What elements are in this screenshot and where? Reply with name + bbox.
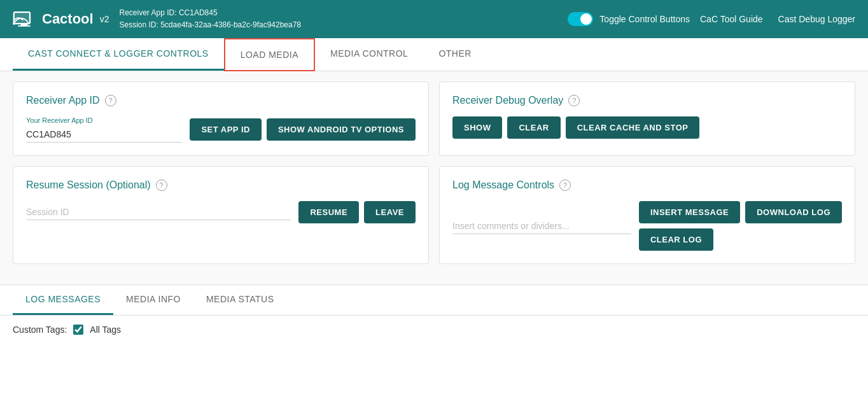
log-buttons-group: INSERT MESSAGE DOWNLOAD LOG CLEAR LOG	[639, 201, 842, 251]
log-message-controls-card: Log Message Controls ? INSERT MESSAGE DO…	[439, 166, 855, 264]
toggle-switch[interactable]	[568, 12, 593, 26]
download-log-button[interactable]: DOWNLOAD LOG	[745, 201, 842, 223]
tab-media-info[interactable]: MEDIA INFO	[113, 285, 193, 315]
brand: Cactool v2	[13, 8, 109, 31]
log-message-help-icon[interactable]: ?	[559, 179, 571, 191]
receiver-app-id-card-title: Receiver App ID ?	[26, 95, 416, 106]
leave-button[interactable]: LEAVE	[364, 201, 416, 223]
svg-rect-3	[21, 24, 28, 25]
tab-log-messages[interactable]: LOG MESSAGES	[13, 285, 113, 315]
resume-button[interactable]: RESUME	[298, 201, 359, 223]
log-buttons-row1: INSERT MESSAGE DOWNLOAD LOG	[639, 201, 842, 223]
resume-session-card-title: Resume Session (Optional) ?	[26, 179, 416, 191]
log-message-content: INSERT MESSAGE DOWNLOAD LOG CLEAR LOG	[452, 201, 842, 251]
cast-debug-logger-link[interactable]: Cast Debug Logger	[778, 14, 855, 24]
session-id-input-group	[26, 204, 291, 220]
session-id-label: Session ID:	[119, 20, 158, 29]
show-button[interactable]: SHOW	[452, 116, 502, 139]
tab-cast-connect[interactable]: CAST CONNECT & LOGGER CONTROLS	[13, 38, 224, 71]
receiver-app-id-info: Receiver App ID: CC1AD845	[119, 7, 557, 19]
log-area	[0, 344, 868, 382]
cac-tool-guide-link[interactable]: CaC Tool Guide	[700, 14, 763, 24]
main-tabs: CAST CONNECT & LOGGER CONTROLS LOAD MEDI…	[0, 38, 868, 71]
receiver-app-id-input-label: Your Receiver App ID	[26, 116, 182, 124]
receiver-app-id-card: Receiver App ID ? Your Receiver App ID S…	[13, 81, 429, 156]
session-id-info: Session ID: 5cdae4fa-32aa-4386-ba2c-9fac…	[119, 19, 557, 31]
header-info: Receiver App ID: CC1AD845 Session ID: 5c…	[119, 7, 557, 31]
receiver-app-id-help-icon[interactable]: ?	[105, 95, 116, 106]
resume-session-content: RESUME LEAVE	[26, 201, 416, 223]
show-android-tv-button[interactable]: SHOW ANDROID TV OPTIONS	[267, 118, 416, 141]
insert-message-button[interactable]: INSERT MESSAGE	[639, 201, 740, 223]
comment-input[interactable]	[452, 218, 631, 234]
log-message-controls-title: Log Message Controls ?	[452, 179, 842, 191]
svg-rect-4	[18, 25, 31, 27]
bottom-section: LOG MESSAGES MEDIA INFO MEDIA STATUS Cus…	[0, 284, 868, 382]
tab-media-status[interactable]: MEDIA STATUS	[193, 285, 287, 315]
brand-name: Cactool	[42, 11, 94, 27]
clear-cache-and-stop-button[interactable]: CLEAR CACHE AND STOP	[566, 116, 700, 139]
main-content: Receiver App ID ? Your Receiver App ID S…	[0, 71, 868, 284]
receiver-app-id-input[interactable]	[26, 127, 182, 143]
session-id-value: 5cdae4fa-32aa-4386-ba2c-9fac942bea78	[160, 20, 301, 29]
resume-session-help-icon[interactable]: ?	[156, 179, 167, 191]
session-id-input[interactable]	[26, 204, 291, 220]
brand-version: v2	[100, 14, 109, 24]
receiver-app-id-input-group: Your Receiver App ID	[26, 116, 182, 143]
receiver-app-id-value: CC1AD845	[179, 8, 218, 17]
receiver-debug-card-title: Receiver Debug Overlay ?	[452, 95, 842, 106]
header-links: CaC Tool Guide Cast Debug Logger	[700, 14, 855, 24]
clear-log-button[interactable]: CLEAR LOG	[639, 228, 713, 251]
tab-other[interactable]: OTHER	[423, 38, 487, 71]
clear-button[interactable]: CLEAR	[507, 116, 560, 139]
log-buttons-row2: CLEAR LOG	[639, 228, 842, 251]
set-app-id-button[interactable]: SET APP ID	[190, 118, 262, 141]
resume-session-buttons: RESUME LEAVE	[298, 201, 416, 223]
svg-point-2	[13, 22, 15, 25]
receiver-debug-help-icon[interactable]: ?	[568, 95, 580, 106]
all-tags-label: All Tags	[90, 325, 121, 335]
receiver-app-id-buttons: SET APP ID SHOW ANDROID TV OPTIONS	[190, 118, 416, 141]
cast-logo-icon	[13, 8, 36, 31]
all-tags-checkbox[interactable]	[73, 325, 83, 335]
receiver-debug-buttons: SHOW CLEAR CLEAR CACHE AND STOP	[452, 116, 842, 139]
header: Cactool v2 Receiver App ID: CC1AD845 Ses…	[0, 0, 868, 38]
receiver-debug-card: Receiver Debug Overlay ? SHOW CLEAR CLEA…	[439, 81, 855, 156]
resume-session-card: Resume Session (Optional) ? RESUME LEAVE	[13, 166, 429, 264]
receiver-app-id-label: Receiver App ID:	[119, 8, 176, 17]
tab-load-media[interactable]: LOAD MEDIA	[224, 38, 315, 71]
bottom-tabs: LOG MESSAGES MEDIA INFO MEDIA STATUS	[0, 285, 868, 316]
receiver-app-id-content: Your Receiver App ID SET APP ID SHOW AND…	[26, 116, 416, 143]
cards-grid: Receiver App ID ? Your Receiver App ID S…	[13, 81, 855, 264]
custom-tags-bar: Custom Tags: All Tags	[0, 316, 868, 344]
tab-media-control[interactable]: MEDIA CONTROL	[315, 38, 423, 71]
custom-tags-label: Custom Tags:	[13, 325, 67, 335]
toggle-label: Toggle Control Buttons	[599, 14, 690, 24]
toggle-control[interactable]: Toggle Control Buttons	[568, 12, 690, 26]
